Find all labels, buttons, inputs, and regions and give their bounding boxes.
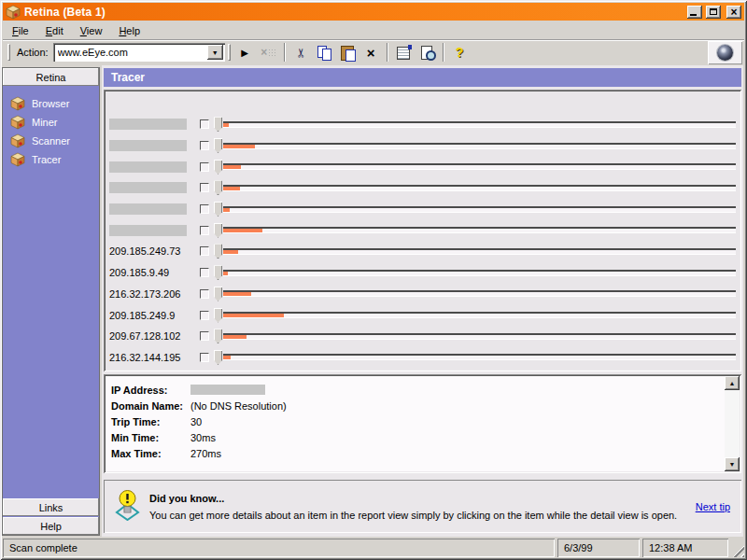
action-combobox: ▼ <box>53 43 225 62</box>
sidebar-item-scanner[interactable]: Scanner <box>3 132 99 150</box>
sidebar-group-retina[interactable]: Retina <box>3 68 99 86</box>
hop-latency-bar <box>223 356 231 359</box>
sidebar-item-label: Browser <box>32 98 69 109</box>
hop-checkbox[interactable] <box>200 162 209 172</box>
hop-checkbox[interactable] <box>200 331 209 341</box>
hop-latency-bar <box>223 145 255 148</box>
menu-bar: FileEditViewHelp <box>3 22 744 38</box>
hop-latency-bar <box>223 229 262 232</box>
hop-checkbox[interactable] <box>200 289 209 299</box>
sidebar-item-label: Tracer <box>32 154 61 165</box>
start-button[interactable]: ▶ <box>233 42 257 63</box>
close-button[interactable]: × <box>726 6 741 19</box>
scroll-up-button[interactable]: ▲ <box>725 376 740 390</box>
menu-view[interactable]: View <box>72 23 111 38</box>
hop-slider-handle[interactable] <box>214 202 222 217</box>
resize-grip[interactable] <box>731 539 744 557</box>
cut-button[interactable]: ✂ <box>289 42 313 63</box>
detail-label: Min Time: <box>111 432 190 443</box>
status-time: 12:38 AM <box>642 539 728 557</box>
redacted-ip-block <box>109 182 187 193</box>
hop-checkbox[interactable] <box>200 268 209 277</box>
sidebar-group-links[interactable]: Links <box>3 498 99 516</box>
hop-latency-track[interactable] <box>223 333 736 340</box>
hop-latency-track[interactable] <box>223 312 736 318</box>
trace-row: 209.185.249.73 <box>107 241 738 262</box>
hop-latency-track[interactable] <box>223 185 736 191</box>
tip-title: Did you know... <box>149 493 686 504</box>
hop-latency-track[interactable] <box>223 354 736 360</box>
sidebar-item-label: Miner <box>32 117 58 128</box>
sidebar-item-tracer[interactable]: Tracer <box>3 150 99 169</box>
hop-latency-track[interactable] <box>223 290 736 297</box>
toolbar-grip[interactable] <box>228 44 231 61</box>
hop-latency-track[interactable] <box>223 270 736 276</box>
hop-slider-handle[interactable] <box>214 244 222 259</box>
hop-latency-track[interactable] <box>223 227 736 233</box>
sidebar-item-miner[interactable]: Miner <box>3 113 99 132</box>
trace-row <box>107 199 738 220</box>
hop-latency-bar <box>223 208 230 212</box>
hop-slider-handle[interactable] <box>214 265 222 280</box>
detail-label: Domain Name: <box>111 400 190 412</box>
hop-latency-track[interactable] <box>223 121 736 128</box>
help-button[interactable]: ? <box>448 42 472 63</box>
hop-latency-track[interactable] <box>223 248 736 255</box>
hop-slider-handle[interactable] <box>214 117 222 132</box>
hop-checkbox[interactable] <box>200 119 209 129</box>
hop-slider-handle[interactable] <box>214 180 222 195</box>
hop-checkbox[interactable] <box>200 311 209 320</box>
menu-file[interactable]: File <box>4 23 37 38</box>
cube-icon <box>10 96 25 111</box>
tip-panel: Did you know... You can get more details… <box>104 480 741 533</box>
scroll-down-button[interactable]: ▼ <box>725 457 740 471</box>
properties-button[interactable] <box>392 42 416 63</box>
delete-button[interactable]: × <box>359 42 383 63</box>
details-scrollbar[interactable]: ▲ ▼ <box>725 376 740 471</box>
menu-help[interactable]: Help <box>110 23 148 38</box>
detail-row: Trip Time:30 <box>111 413 719 429</box>
print-preview-button[interactable] <box>416 42 439 63</box>
play-icon: ▶ <box>236 45 254 61</box>
tip-body: You can get more details about an item i… <box>149 510 686 521</box>
action-input[interactable] <box>55 45 206 60</box>
paste-button[interactable] <box>336 42 359 63</box>
hop-slider-handle[interactable] <box>214 287 222 301</box>
hop-checkbox[interactable] <box>200 246 209 256</box>
detail-value: 270ms <box>190 448 221 459</box>
detail-row: Min Time:30ms <box>111 430 719 446</box>
toolbar-grip[interactable] <box>7 44 10 61</box>
combobox-dropdown-button[interactable]: ▼ <box>207 45 223 60</box>
menu-edit[interactable]: Edit <box>37 23 72 38</box>
hop-checkbox[interactable] <box>200 183 209 192</box>
page-title: Tracer <box>104 68 741 87</box>
hop-ip-label <box>109 182 200 193</box>
hop-checkbox[interactable] <box>200 353 209 362</box>
redacted-ip-block <box>109 119 187 130</box>
globe-eye-icon <box>717 45 733 61</box>
hop-slider-handle[interactable] <box>214 223 222 238</box>
hop-latency-track[interactable] <box>223 163 736 170</box>
hop-latency-track[interactable] <box>223 206 736 213</box>
next-tip-link[interactable]: Next tip <box>696 501 730 512</box>
hop-latency-track[interactable] <box>223 143 736 149</box>
hop-slider-handle[interactable] <box>214 138 222 153</box>
hop-slider-handle[interactable] <box>214 350 222 365</box>
sidebar-group-help[interactable]: Help <box>3 517 99 535</box>
detail-row: Max Time:270ms <box>111 446 719 462</box>
maximize-button[interactable] <box>706 6 721 19</box>
hop-ip-label: 209.185.249.73 <box>109 245 200 257</box>
hop-checkbox[interactable] <box>200 204 209 214</box>
hop-ip-label: 209.185.9.49 <box>109 267 200 278</box>
hop-ip-label: 216.32.144.195 <box>109 352 200 363</box>
sidebar: Retina BrowserMinerScannerTracer Links H… <box>2 67 100 536</box>
hop-slider-handle[interactable] <box>214 160 222 175</box>
hop-slider-handle[interactable] <box>214 329 222 343</box>
minimize-button[interactable] <box>687 6 702 19</box>
arrow-down-icon: ▼ <box>729 461 736 468</box>
hop-checkbox[interactable] <box>200 141 209 150</box>
hop-checkbox[interactable] <box>200 226 209 235</box>
sidebar-item-browser[interactable]: Browser <box>3 94 99 113</box>
copy-button[interactable] <box>313 42 336 63</box>
hop-slider-handle[interactable] <box>214 308 222 323</box>
